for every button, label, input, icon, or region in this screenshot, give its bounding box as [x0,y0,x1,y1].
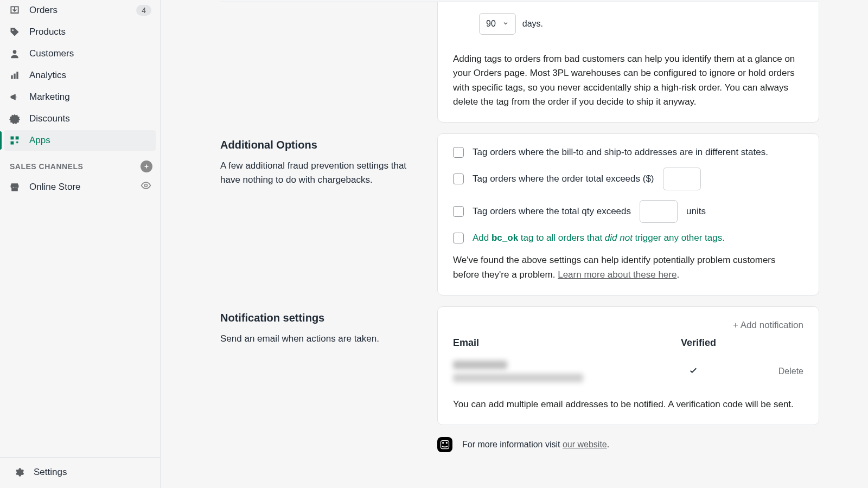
svg-rect-9 [17,141,18,143]
tags-description: Adding tags to orders from bad customers… [453,52,803,109]
sidebar-item-online-store[interactable]: Online Store [4,176,156,198]
sales-channels-heading: SALES CHANNELS [0,152,160,176]
sidebar-item-customers[interactable]: Customers [4,43,156,64]
opt-qty-label: Tag orders where the total qty exceeds [473,206,631,217]
gear-icon [13,466,25,478]
verified-cell [681,365,773,378]
sidebar-item-label: Analytics [29,70,66,81]
sidebar-item-label: Products [29,27,66,37]
redacted-name [453,361,507,369]
opt-diff-states-label: Tag orders where the bill-to and ship-to… [473,147,768,158]
col-email-header: Email [453,337,681,349]
notification-card: + Add notification Email Verified [437,306,819,425]
svg-rect-6 [16,137,19,140]
tag-icon [9,26,21,38]
sidebar-item-apps[interactable]: Apps [4,130,156,151]
sales-channels-label: SALES CHANNELS [10,162,83,171]
footer-text: For more information visit our website. [462,440,609,450]
additional-options-title: Additional Options [220,139,416,151]
notification-title: Notification settings [220,312,416,324]
sidebar: Orders 4 Products Customers Analytics [0,0,161,488]
add-notification-button[interactable]: + Add notification [733,320,803,331]
opt-order-total-label: Tag orders where the order total exceeds… [473,174,654,184]
sidebar-item-products[interactable]: Products [4,22,156,42]
orders-badge: 4 [136,5,151,16]
sidebar-item-analytics[interactable]: Analytics [4,65,156,86]
sidebar-item-label: Marketing [29,92,70,102]
our-website-link[interactable]: our website [563,440,607,449]
notification-table: Email Verified [453,334,803,392]
sidebar-bottom: Settings [0,457,160,488]
svg-rect-7 [11,142,14,145]
svg-rect-13 [441,441,449,449]
app-logo-icon [437,437,452,452]
checkbox-diff-states[interactable] [453,147,464,158]
sidebar-item-settings[interactable]: Settings [9,462,151,483]
delete-notification-button[interactable]: Delete [773,367,803,376]
inbox-icon [9,4,21,16]
svg-point-10 [145,184,148,187]
eye-icon[interactable] [141,180,151,194]
sidebar-item-label: Apps [29,135,50,146]
svg-point-1 [13,50,17,54]
days-value: 90 [486,19,496,29]
chevron-down-icon [502,19,509,29]
sidebar-item-label: Settings [34,467,67,478]
sidebar-item-discounts[interactable]: Discounts [4,108,156,129]
svg-rect-2 [11,75,12,79]
tags-card: 90 days. Adding tags to orders from bad … [437,2,819,123]
notification-row: Delete [453,356,803,392]
qty-input[interactable] [640,200,678,223]
apps-icon [9,134,21,146]
svg-point-12 [446,442,448,444]
days-select[interactable]: 90 [479,13,516,35]
sidebar-item-label: Discounts [29,113,70,124]
opt-qty-suffix: units [686,206,706,217]
additional-options-subtitle: A few additional fraud prevention settin… [220,159,416,187]
svg-point-0 [12,29,14,31]
person-icon [9,48,21,60]
nav-list: Orders 4 Products Customers Analytics [0,0,160,152]
channels-list: Online Store [0,176,160,199]
notification-email-cell [453,361,681,382]
discount-icon [9,113,21,125]
days-suffix: days. [522,19,543,29]
megaphone-icon [9,91,21,103]
order-total-input[interactable] [663,168,701,190]
sidebar-item-label: Orders [29,5,58,16]
learn-more-link[interactable]: Learn more about these here [558,269,676,280]
svg-rect-5 [11,137,14,140]
store-icon [9,181,21,193]
check-icon [688,367,698,377]
col-verified-header: Verified [681,337,773,349]
svg-point-11 [442,442,444,444]
sidebar-item-orders[interactable]: Orders 4 [4,0,156,21]
svg-rect-4 [16,72,18,79]
opt-bcok-label: Add bc_ok tag to all orders that did not… [473,233,725,243]
page-footer: For more information visit our website. [220,437,819,452]
main-content: 90 days. Adding tags to orders from bad … [161,0,868,488]
checkbox-order-total[interactable] [453,174,464,184]
bar-chart-icon [9,69,21,81]
sidebar-item-marketing[interactable]: Marketing [4,87,156,107]
svg-rect-3 [14,74,15,79]
additional-footer-text: We've found the above settings can help … [453,253,803,282]
additional-options-card: Tag orders where the bill-to and ship-to… [437,133,819,296]
sidebar-item-label: Online Store [29,182,81,192]
notification-subtitle: Send an email when actions are taken. [220,332,416,346]
add-channel-button[interactable] [141,160,152,172]
notification-footer: You can add multiple email addresses to … [453,397,803,412]
sidebar-item-label: Customers [29,48,74,59]
redacted-email [453,374,583,382]
checkbox-qty[interactable] [453,206,464,217]
checkbox-bcok[interactable] [453,233,464,243]
